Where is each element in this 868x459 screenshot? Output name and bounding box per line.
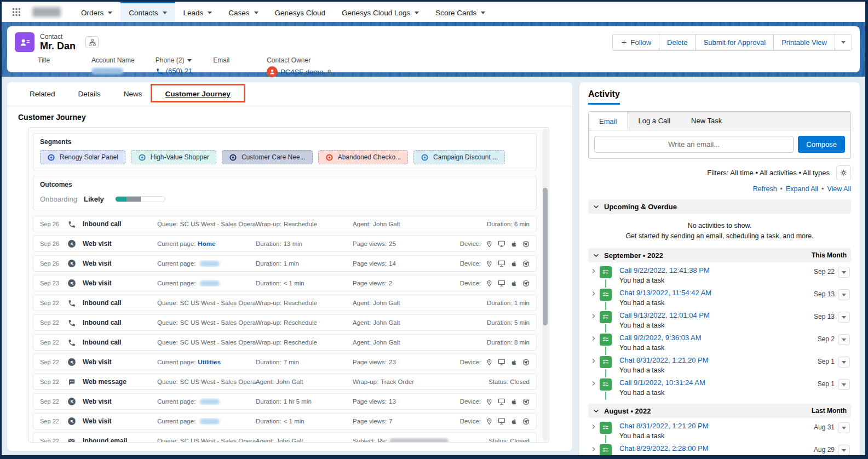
segment-chip[interactable]: Renogy Solar Panel xyxy=(40,150,125,164)
expand-chevron-icon[interactable] xyxy=(590,334,600,343)
activity-item-link[interactable]: Call 9/13/2022, 12:01:04 PM xyxy=(619,311,710,319)
activity-item-menu-button[interactable] xyxy=(838,334,850,345)
journey-event-row[interactable]: Sep 26 Web visit Current page: Home xyxy=(33,236,537,252)
owner-link[interactable]: PC4SF demo xyxy=(280,68,323,76)
nav-tab[interactable]: Orders xyxy=(73,2,120,22)
journey-event-row[interactable]: Sep 22 Inbound email Queue: SC US West - xyxy=(33,433,537,443)
current-page-blurred xyxy=(200,418,220,424)
event-type-icon xyxy=(67,378,83,386)
expand-chevron-icon[interactable] xyxy=(590,422,600,432)
september-section-header[interactable]: September • 2022 This Month xyxy=(588,248,851,262)
segment-chip[interactable]: Abandoned Checko... xyxy=(318,150,408,164)
composer-tab[interactable]: New Task xyxy=(681,112,732,130)
event-col3: Agent:John Galt xyxy=(353,319,487,326)
expand-chevron-icon[interactable] xyxy=(590,289,600,299)
delete-button[interactable]: Delete xyxy=(659,35,695,50)
journey-event-row[interactable]: Sep 22 Web visit Current page: xyxy=(33,413,537,429)
view-all-link[interactable]: View All xyxy=(827,185,851,193)
activity-item-menu-button[interactable] xyxy=(838,445,850,455)
activity-item-link[interactable]: Call 9/1/2022, 10:31:24 AM xyxy=(619,378,705,387)
nav-tab-label: Genesys Cloud Logs xyxy=(342,9,410,17)
activity-item-date: Sep 2 xyxy=(818,334,835,343)
email-input[interactable] xyxy=(594,136,794,153)
journey-event-row[interactable]: Sep 26 Web visit Current page: xyxy=(33,255,537,272)
expand-chevron-icon[interactable] xyxy=(590,266,600,276)
nav-tab[interactable]: Cases xyxy=(220,2,266,22)
journey-event-row[interactable]: Sep 22 Inbound call Queue: SC US West - … xyxy=(33,334,537,351)
record-tab[interactable]: Customer Journey xyxy=(154,82,242,106)
journey-event-row[interactable]: Sep 26 Inbound call Queue: SC US West - … xyxy=(33,216,537,232)
activity-item-menu-button[interactable] xyxy=(838,379,850,390)
august-section-header[interactable]: August • 2022 Last Month xyxy=(588,404,851,418)
activity-item-menu-button[interactable] xyxy=(838,312,850,323)
app-launcher-waffle-icon[interactable] xyxy=(8,2,25,22)
journey-event-row[interactable]: Sep 22 Inbound call Queue: SC US West - … xyxy=(33,295,537,311)
segment-chip[interactable]: Campaign Discount ... xyxy=(413,150,505,164)
org-chart-button[interactable] xyxy=(85,36,99,48)
record-tab[interactable]: Related xyxy=(18,82,67,106)
compose-button[interactable]: Compose xyxy=(798,136,845,153)
chevron-down-icon xyxy=(842,338,846,341)
segment-chip[interactable]: High-Value Shopper xyxy=(131,150,216,164)
activity-item-subtitle: You had a task xyxy=(619,322,814,329)
chevron-down-icon xyxy=(842,316,846,319)
journey-event-row[interactable]: Sep 22 Inbound call Queue: SC US West - … xyxy=(33,314,537,331)
activity-item-subtitle: You had a task xyxy=(619,344,818,352)
composer-tab[interactable]: Email xyxy=(589,112,628,130)
activity-item-link[interactable]: Call 9/2/2022, 9:36:03 AM xyxy=(619,334,702,342)
segment-target-icon xyxy=(229,153,237,162)
expand-chevron-icon[interactable] xyxy=(590,356,600,366)
scrollbar-thumb[interactable] xyxy=(543,188,548,325)
expand-chevron-icon[interactable] xyxy=(590,378,600,388)
event-type-label: Web visit xyxy=(83,279,157,287)
nav-tab[interactable]: Leads xyxy=(175,2,221,22)
nav-tab[interactable]: Genesys Cloud Logs xyxy=(334,2,427,22)
event-col2: Agent:John Galt xyxy=(256,378,353,385)
journey-event-row[interactable]: Sep 23 Web visit Current page: xyxy=(33,275,537,291)
location-pin-icon xyxy=(486,418,493,425)
phone-link[interactable]: (650) 21 xyxy=(166,67,192,75)
activity-item-menu-button[interactable] xyxy=(838,422,850,433)
activity-item-link[interactable]: Call 9/22/2022, 12:41:38 PM xyxy=(619,266,710,274)
chevron-down-icon[interactable] xyxy=(187,59,192,62)
event-col1: Current page: xyxy=(157,418,256,424)
journey-event-row[interactable]: Sep 22 Web visit Current page: Utilities xyxy=(33,354,537,370)
nav-tab[interactable]: Contacts xyxy=(120,2,175,22)
task-icon xyxy=(600,378,612,391)
activity-item-link[interactable]: Chat 9/13/2022, 11:54:42 AM xyxy=(619,289,711,297)
nav-tab[interactable]: Genesys Cloud xyxy=(267,2,334,22)
upcoming-overdue-section-header[interactable]: Upcoming & Overdue xyxy=(588,199,851,214)
expand-chevron-icon[interactable] xyxy=(590,444,600,454)
activity-item-link[interactable]: Chat 8/29/2022, 2:28:00 PM xyxy=(619,444,709,452)
printable-view-button[interactable]: Printable View xyxy=(773,35,835,50)
journey-event-row[interactable]: Sep 22 Web visit Current page: xyxy=(33,393,537,410)
segment-chip[interactable]: Customer Care Nee... xyxy=(222,150,313,164)
event-type-label: Inbound call xyxy=(83,220,157,228)
nav-tab[interactable]: Score Cards xyxy=(427,2,493,22)
activity-item-menu-button[interactable] xyxy=(838,357,850,368)
composer-tab[interactable]: Log a Call xyxy=(628,112,681,130)
activity-item-menu-button[interactable] xyxy=(838,267,850,278)
composer-tab-label: New Task xyxy=(691,117,722,125)
activity-item-date: Aug 31 xyxy=(814,422,835,431)
segment-chips: Renogy Solar Panel High-Value Shopper Cu… xyxy=(40,150,530,164)
follow-button[interactable]: Follow xyxy=(613,35,659,50)
task-icon xyxy=(600,266,612,278)
current-page-link[interactable]: Home xyxy=(198,240,215,247)
august-activity-list: Chat 8/31/2022, 1:21:20 PM You had a tas… xyxy=(588,418,851,455)
activity-item-link[interactable]: Chat 8/31/2022, 1:21:20 PM xyxy=(619,422,709,430)
record-tab[interactable]: News xyxy=(112,82,154,106)
expand-chevron-icon[interactable] xyxy=(590,311,600,321)
activity-item-menu-button[interactable] xyxy=(838,289,850,300)
more-actions-button[interactable] xyxy=(835,35,852,50)
current-page-link[interactable]: Utilities xyxy=(198,359,221,365)
activity-item-link[interactable]: Chat 8/31/2022, 1:21:20 PM xyxy=(619,356,709,364)
filters-gear-button[interactable] xyxy=(836,165,851,180)
account-name-blurred[interactable] xyxy=(91,68,123,74)
submit-for-approval-button[interactable]: Submit for Approval xyxy=(695,35,773,50)
record-tab[interactable]: Details xyxy=(67,82,112,106)
expand-all-link[interactable]: Expand All xyxy=(786,185,818,193)
refresh-link[interactable]: Refresh xyxy=(753,185,777,193)
change-owner-icon[interactable] xyxy=(326,68,334,76)
journey-event-row[interactable]: Sep 22 Web message Queue: SC US West - S… xyxy=(33,374,537,390)
